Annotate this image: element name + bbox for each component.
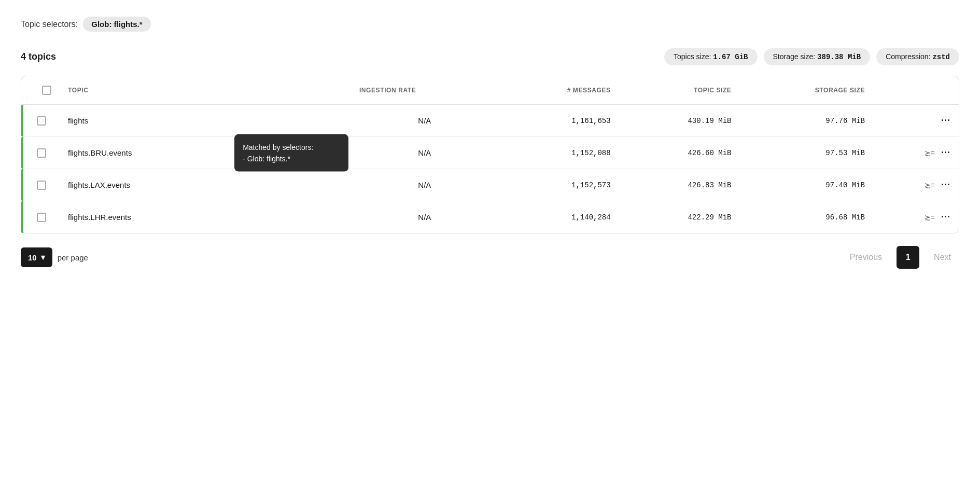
chevron-down-icon: ▾ (41, 253, 45, 262)
actions-cell: ≿= ··· (873, 201, 959, 233)
topic-name-cell: flights.BRU.events Matched by selectors:… (60, 137, 351, 169)
topic-size-cell: 422.29 MiB (619, 201, 740, 233)
topics-table-container: TOPIC INGESTION RATE # MESSAGES TOPIC SI… (21, 76, 959, 233)
tooltip-title: Matched by selectors: (243, 141, 340, 153)
storage-size-badge: Storage size: 389.38 MiB (764, 48, 871, 65)
topic-name-cell: flights (60, 105, 351, 137)
compression-badge: Compression: zstd (876, 48, 959, 65)
filter-list-icon[interactable]: ≿= (925, 149, 935, 157)
select-all-checkbox[interactable] (42, 86, 51, 95)
per-page-label: per page (58, 253, 88, 262)
table-row: flights.LHR.events N/A 1,140,284 422.29 … (21, 201, 959, 233)
topics-table: TOPIC INGESTION RATE # MESSAGES TOPIC SI… (21, 76, 959, 233)
topics-count: 4 topics (21, 51, 658, 62)
messages-cell: 1,152,573 (498, 169, 619, 201)
topics-size-label: Topics size: (674, 52, 711, 61)
page-1-button[interactable]: 1 (897, 246, 919, 269)
table-header-row: TOPIC INGESTION RATE # MESSAGES TOPIC SI… (21, 76, 959, 105)
row-indicator (21, 169, 23, 201)
row-checkbox[interactable] (37, 181, 46, 190)
row-checkbox-cell (21, 137, 60, 169)
row-checkbox-cell (21, 169, 60, 201)
messages-cell: 1,140,284 (498, 201, 619, 233)
storage-size-value: 389.38 MiB (817, 53, 861, 61)
row-checkbox[interactable] (37, 116, 46, 126)
per-page-selector: 10 ▾ per page (21, 247, 88, 267)
topic-size-cell: 430.19 MiB (619, 105, 740, 137)
next-button[interactable]: Next (926, 247, 959, 267)
actions-container: ≿= ··· (881, 212, 950, 223)
tooltip-popup: Matched by selectors: - Glob: flights.* (234, 134, 348, 172)
select-all-header[interactable] (21, 76, 60, 105)
table-row: flights N/A 1,161,653 430.19 MiB 97.76 M… (21, 105, 959, 137)
col-topic-size: TOPIC SIZE (619, 76, 740, 105)
col-actions (873, 76, 959, 105)
compression-value: zstd (932, 53, 950, 61)
tooltip-item: - Glob: flights.* (243, 153, 340, 164)
storage-size-cell: 96.68 MiB (739, 201, 873, 233)
topics-size-value: 1.67 GiB (713, 53, 748, 61)
storage-size-label: Storage size: (773, 52, 816, 61)
pagination-controls: Previous 1 Next (842, 246, 959, 269)
actions-cell: ··· (873, 105, 959, 137)
col-storage-size: STORAGE SIZE (739, 76, 873, 105)
per-page-button[interactable]: 10 ▾ (21, 247, 52, 267)
row-checkbox-cell (21, 105, 60, 137)
topics-size-badge: Topics size: 1.67 GiB (664, 48, 757, 65)
storage-size-cell: 97.76 MiB (739, 105, 873, 137)
per-page-value: 10 (28, 253, 37, 262)
previous-button[interactable]: Previous (842, 247, 890, 267)
ingestion-rate-cell: N/A (351, 105, 498, 137)
table-row: flights.LAX.events N/A 1,152,573 426.83 … (21, 169, 959, 201)
table-row: flights.BRU.events Matched by selectors:… (21, 137, 959, 169)
actions-container: ≿= ··· (881, 147, 950, 158)
row-indicator (21, 105, 23, 136)
topic-size-cell: 426.60 MiB (619, 137, 740, 169)
storage-size-cell: 97.53 MiB (739, 137, 873, 169)
actions-cell: ≿= ··· (873, 169, 959, 201)
topic-name[interactable]: flights (68, 116, 88, 125)
topic-selectors-label: Topic selectors: (21, 20, 78, 29)
row-indicator (21, 201, 23, 233)
more-actions-icon[interactable]: ··· (941, 115, 950, 126)
messages-cell: 1,152,088 (498, 137, 619, 169)
row-indicator (21, 137, 23, 169)
more-actions-icon[interactable]: ··· (941, 212, 950, 223)
row-checkbox-cell (21, 201, 60, 233)
ingestion-rate-cell: N/A (351, 137, 498, 169)
topic-size-cell: 426.83 MiB (619, 169, 740, 201)
col-ingestion-rate: INGESTION RATE (351, 76, 498, 105)
pagination-row: 10 ▾ per page Previous 1 Next (21, 246, 959, 269)
compression-label: Compression: (886, 52, 930, 61)
col-topic: TOPIC (60, 76, 351, 105)
topic-name[interactable]: flights.LHR.events (68, 213, 131, 222)
ingestion-rate-cell: N/A (351, 201, 498, 233)
row-checkbox[interactable] (37, 148, 46, 158)
messages-cell: 1,161,653 (498, 105, 619, 137)
actions-container: ··· (881, 115, 950, 126)
topic-name[interactable]: flights.LAX.events (68, 181, 130, 189)
row-checkbox[interactable] (37, 213, 46, 222)
more-actions-icon[interactable]: ··· (941, 147, 950, 158)
topic-name[interactable]: flights.BRU.events (68, 148, 132, 157)
topic-name-cell: flights.LAX.events (60, 169, 351, 201)
actions-cell: ≿= ··· (873, 137, 959, 169)
filter-list-icon[interactable]: ≿= (925, 181, 935, 189)
col-messages: # MESSAGES (498, 76, 619, 105)
selector-badge[interactable]: Glob: flights.* (83, 17, 150, 32)
filter-list-icon[interactable]: ≿= (925, 213, 935, 222)
storage-size-cell: 97.40 MiB (739, 169, 873, 201)
more-actions-icon[interactable]: ··· (941, 180, 950, 190)
summary-row: 4 topics Topics size: 1.67 GiB Storage s… (21, 48, 959, 65)
topic-selectors-row: Topic selectors: Glob: flights.* (21, 17, 959, 32)
topic-name-cell: flights.LHR.events (60, 201, 351, 233)
actions-container: ≿= ··· (881, 180, 950, 190)
ingestion-rate-cell: N/A (351, 169, 498, 201)
